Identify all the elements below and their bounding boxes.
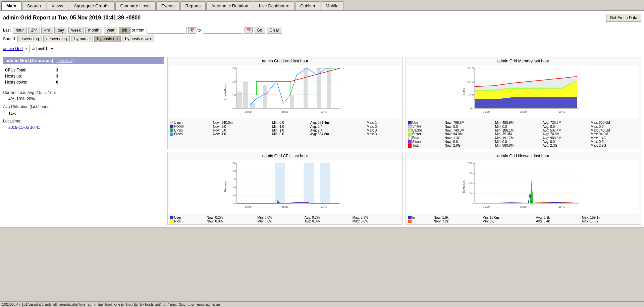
tab-compare-hosts[interactable]: Compare Hosts <box>115 1 156 10</box>
svg-text:10:00: 10:00 <box>483 205 490 208</box>
avg-util-row: Avg Utilization (last hour): 11% <box>3 104 164 116</box>
time-4hr-button[interactable]: 4hr <box>41 27 53 34</box>
localtime-row: Localtime: 2019-11-05 10:41 <box>3 118 164 131</box>
avg-util-label: Avg Utilization (last hour): <box>3 104 49 109</box>
svg-text:150 k: 150 k <box>467 172 474 175</box>
tree-view-link[interactable]: (tree view) <box>56 59 73 63</box>
grid-title: admin Grid (3 sources) <box>6 58 53 63</box>
tab-cubism[interactable]: Cubism <box>295 1 320 10</box>
svg-text:Bytes: Bytes <box>462 88 465 95</box>
time-month-button[interactable]: month <box>85 27 102 34</box>
svg-rect-57 <box>275 163 285 203</box>
svg-text:100 k: 100 k <box>467 182 474 185</box>
header-row: admin Grid Report at Tue, 05 Nov 2019 10… <box>3 14 641 24</box>
current-load-row: Current Load Avg (15, 5, 1m): 4%, 10%, 2… <box>3 90 164 102</box>
hosts-down-value: 0 <box>55 80 60 85</box>
go-button[interactable]: Go <box>254 27 265 34</box>
time-hour-button[interactable]: hour <box>13 27 27 34</box>
current-load-label: Current Load Avg (15, 5, 1m): <box>3 90 56 95</box>
localtime-label: Localtime: <box>3 119 21 123</box>
stats-table: CPUs Total: 3 Hosts up: 3 Hosts down: 0 <box>3 67 60 86</box>
table-row: Hosts up: 3 <box>4 73 60 79</box>
time-job-button[interactable]: job <box>119 27 130 34</box>
time-range-row: Last hour 2hr 4hr day week month year jo… <box>3 27 641 34</box>
svg-text:10:40: 10:40 <box>558 205 566 208</box>
breadcrumb-link[interactable]: admin Grid <box>3 46 23 51</box>
tab-bar: Main Search Views Aggregate Graphs Compa… <box>0 0 644 11</box>
svg-rect-58 <box>304 163 314 203</box>
svg-text:10:20: 10:20 <box>282 205 289 208</box>
svg-text:0: 0 <box>473 202 474 205</box>
svg-text:50 k: 50 k <box>469 192 474 195</box>
table-row: CPUs Total: 3 <box>4 67 60 73</box>
memory-chart-legend: Use Now: 799.8M Min: 450.9M Avg: 720.5M … <box>407 121 639 148</box>
tab-search[interactable]: Search <box>22 1 46 10</box>
hosts-up-value: 3 <box>55 73 60 79</box>
memory-chart-svg: Bytes 3.0 G 2.0 G 1.0 G 0.0 <box>407 65 639 118</box>
cpu-chart-legend: User Now: 0.2% Min: 0.0% Avg: 0.2% Max: … <box>169 216 401 223</box>
current-load-value: 4%, 10%, 20% <box>8 97 35 101</box>
charts-area: admin Grid Load last hour Loads/Procs 3.… <box>167 57 641 225</box>
tab-mobile[interactable]: Mobile <box>321 1 343 10</box>
or-from-label: or from <box>132 28 145 33</box>
to-date-input[interactable] <box>203 27 243 34</box>
hosts-down-label: Hosts down: <box>4 80 54 85</box>
svg-text:2.0: 2.0 <box>232 80 236 83</box>
svg-marker-77 <box>530 180 533 203</box>
svg-text:10:00: 10:00 <box>483 110 490 113</box>
sort-ascending-button[interactable]: ascending <box>17 36 42 42</box>
svg-text:10:40: 10:40 <box>558 110 566 113</box>
clear-button[interactable]: Clear <box>267 27 282 34</box>
svg-text:3.0 G: 3.0 G <box>467 67 474 70</box>
svg-rect-15 <box>290 95 294 108</box>
from-date-input[interactable] <box>147 27 187 34</box>
time-week-button[interactable]: week <box>68 27 84 34</box>
sort-by-hosts-up-button[interactable]: by hosts up <box>94 36 121 42</box>
tab-main[interactable]: Main <box>1 1 21 10</box>
get-fresh-data-button[interactable]: Get Fresh Data <box>606 14 641 22</box>
tab-reports[interactable]: Reports <box>180 1 206 10</box>
svg-text:100: 100 <box>231 162 236 165</box>
grid-header: admin Grid (3 sources) (tree view) <box>3 57 164 64</box>
sort-by-name-button[interactable]: by name <box>71 36 93 42</box>
time-year-button[interactable]: year <box>104 27 117 34</box>
breadcrumb-row: admin Grid > admin01 <box>3 45 641 54</box>
grid-section: admin Grid (3 sources) (tree view) CPUs … <box>3 57 641 225</box>
to-calendar-icon[interactable]: 📅 <box>245 27 253 34</box>
svg-rect-16 <box>304 68 308 108</box>
svg-text:0.0: 0.0 <box>232 107 236 110</box>
from-calendar-icon[interactable]: 📅 <box>188 27 196 34</box>
time-day-button[interactable]: day <box>54 27 67 34</box>
tab-events[interactable]: Events <box>156 1 180 10</box>
localtime-value: 2019-11-05 10:41 <box>8 125 40 130</box>
time-2hr-button[interactable]: 2hr <box>28 27 40 34</box>
sort-row: Sorted ascending descending by name by h… <box>3 36 641 42</box>
svg-text:40: 40 <box>233 186 236 189</box>
sort-by-hosts-down-button[interactable]: by hosts down <box>122 36 154 42</box>
svg-text:10:20: 10:20 <box>520 110 527 113</box>
memory-chart-title: admin Grid Memory last hour <box>407 59 639 63</box>
cpu-chart-svg: Percent 100 80 60 40 20 0 <box>169 160 401 213</box>
svg-text:1.0: 1.0 <box>232 94 236 97</box>
svg-text:10:40: 10:40 <box>320 205 327 208</box>
memory-chart-box: admin Grid Memory last hour Bytes 3.0 G … <box>406 57 641 149</box>
breadcrumb-select[interactable]: admin01 <box>29 45 55 52</box>
cpu-chart-title: admin Grid CPU last hour <box>169 154 401 158</box>
network-chart-legend: In Now: 1.9k Min: 10.0m Avg: 6.1k Max: 1… <box>407 216 639 223</box>
network-chart-title: admin Grid Network last hour <box>407 154 639 158</box>
svg-text:0: 0 <box>234 202 236 205</box>
cpus-total-value: 3 <box>55 67 60 73</box>
sort-descending-button[interactable]: descending <box>43 36 70 42</box>
svg-line-20 <box>290 68 340 82</box>
svg-text:2.0 G: 2.0 G <box>467 80 474 83</box>
tab-views[interactable]: Views <box>47 1 68 10</box>
svg-text:20: 20 <box>233 194 236 197</box>
tab-automatic-rotation[interactable]: Automatic Rotation <box>206 1 253 10</box>
tab-live-dashboard[interactable]: Live Dashboard <box>254 1 294 10</box>
cpu-chart-box: admin Grid CPU last hour Percent 100 80 … <box>167 152 403 225</box>
network-chart-svg: Bytes/sec 200 k 150 k 100 k 50 k 0 <box>407 160 639 213</box>
tab-aggregate-graphs[interactable]: Aggregate Graphs <box>69 1 114 10</box>
avg-util-value: 11% <box>8 111 16 116</box>
cpus-total-label: CPUs Total: <box>4 67 54 73</box>
page-title: admin Grid Report at Tue, 05 Nov 2019 10… <box>3 15 141 21</box>
